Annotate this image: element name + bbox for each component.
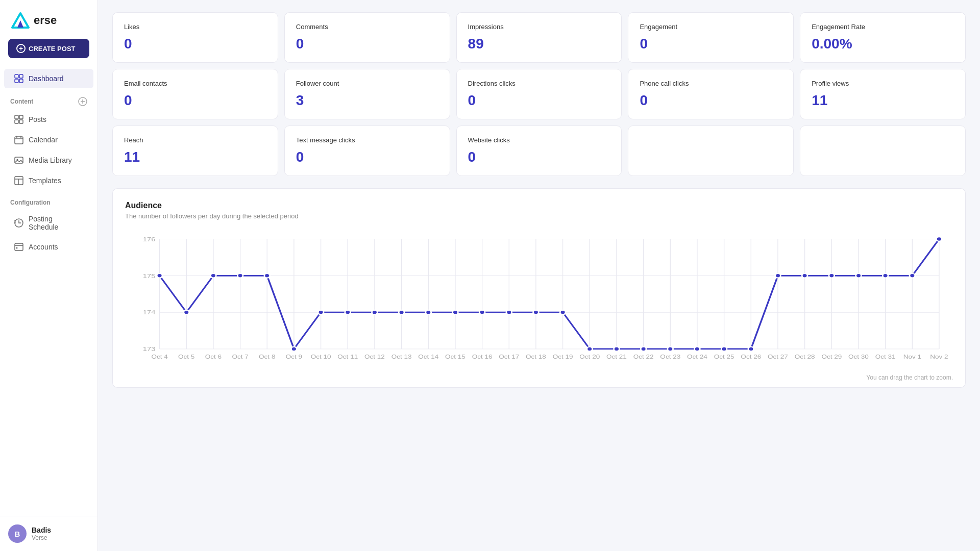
svg-rect-2 [15,74,18,78]
svg-point-93 [883,273,888,278]
svg-text:Oct 15: Oct 15 [445,354,465,360]
stat-card: Likes 0 [112,12,278,63]
svg-rect-19 [15,177,23,185]
posting-schedule-icon [14,218,23,228]
sidebar-item-templates[interactable]: Templates [4,171,93,190]
svg-point-67 [184,310,189,315]
svg-point-69 [237,273,243,278]
svg-text:Oct 25: Oct 25 [714,354,734,360]
sidebar-item-calendar[interactable]: Calendar [4,130,93,149]
svg-rect-9 [15,115,18,119]
svg-text:Oct 16: Oct 16 [472,354,493,360]
user-avatar: B [8,524,27,543]
stat-value: 0 [468,92,610,109]
svg-rect-25 [15,243,23,251]
stat-value: 3 [296,92,438,109]
sidebar-item-posting-schedule[interactable]: Posting Schedule [4,210,93,236]
svg-point-75 [399,310,404,315]
svg-point-91 [829,273,835,278]
svg-text:Oct 7: Oct 7 [232,354,249,360]
sidebar-item-dashboard[interactable]: Dashboard [4,69,93,88]
svg-point-94 [910,273,915,278]
svg-text:173: 173 [143,346,156,353]
chart-title: Audience [125,201,953,210]
svg-text:175: 175 [143,272,156,279]
svg-rect-4 [15,79,18,83]
svg-point-68 [211,273,216,278]
svg-text:Oct 27: Oct 27 [768,354,788,360]
stats-row-3: Reach 11 Text message clicks 0 Website c… [112,126,966,176]
stat-card: Engagement Rate 0.00% [800,12,966,63]
svg-text:Oct 28: Oct 28 [795,354,815,360]
stat-value: 0 [296,36,438,52]
sidebar-item-dashboard-label: Dashboard [29,74,64,83]
stat-label: Text message clicks [296,136,438,144]
stat-card [800,126,966,176]
stat-label: Directions clicks [468,80,610,87]
svg-rect-5 [19,79,23,83]
stat-label: Impressions [468,23,610,31]
sidebar-item-posting-schedule-label: Posting Schedule [29,215,83,231]
stats-row-1: Likes 0 Comments 0 Impressions 89 Engage… [112,12,966,63]
dashboard-icon [14,74,23,83]
sidebar-item-media-library[interactable]: Media Library [4,151,93,170]
svg-text:176: 176 [143,236,156,242]
stat-value: 89 [468,36,610,52]
sidebar-item-calendar-label: Calendar [29,136,58,144]
chart-subtitle: The number of followers per day during t… [125,212,953,220]
svg-rect-12 [19,120,23,123]
svg-marker-1 [17,20,23,28]
stat-label: Comments [296,23,438,31]
stat-value: 11 [124,149,266,165]
svg-text:Oct 18: Oct 18 [526,354,546,360]
stat-value: 0 [124,36,266,52]
sidebar-item-posts[interactable]: Posts [4,110,93,129]
sidebar-item-posts-label: Posts [29,115,46,123]
svg-text:Oct 8: Oct 8 [259,354,276,360]
svg-point-79 [506,310,512,315]
sidebar: erse + CREATE POST Dashboard Content Pos… [0,0,98,551]
stat-card: Comments 0 [284,12,450,63]
svg-text:Oct 29: Oct 29 [821,354,842,360]
svg-rect-13 [15,137,23,144]
stat-label: Reach [124,136,266,144]
svg-point-86 [695,347,700,352]
stat-card: Directions clicks 0 [456,69,622,119]
chart-container[interactable]: 173174175176Oct 4Oct 5Oct 6Oct 7Oct 8Oct… [125,228,953,371]
chart-hint: You can drag the chart to zoom. [125,374,953,381]
sidebar-item-media-label: Media Library [29,156,72,164]
stat-label: Likes [124,23,266,31]
svg-text:Oct 20: Oct 20 [579,354,600,360]
sidebar-item-accounts[interactable]: Accounts [4,237,93,257]
stat-card: Impressions 89 [456,12,622,63]
stat-label: Follower count [296,80,438,87]
svg-text:Oct 19: Oct 19 [553,354,573,360]
stat-label: Phone call clicks [640,80,782,87]
svg-text:Oct 21: Oct 21 [606,354,627,360]
stat-label: Email contacts [124,80,266,87]
svg-point-85 [668,347,673,352]
svg-point-73 [345,310,351,315]
user-info: Badis Verse [32,526,51,541]
config-section-label: Configuration [0,191,97,209]
stat-card: Engagement 0 [628,12,794,63]
svg-text:174: 174 [143,309,156,316]
svg-text:Oct 5: Oct 5 [178,354,195,360]
add-content-icon[interactable] [78,97,87,106]
user-org: Verse [32,534,51,541]
svg-point-80 [533,310,539,315]
svg-point-27 [16,247,18,249]
create-post-button[interactable]: + CREATE POST [8,39,89,58]
svg-text:Nov 2: Nov 2 [930,354,948,360]
audience-line-chart: 173174175176Oct 4Oct 5Oct 6Oct 7Oct 8Oct… [125,228,953,371]
main-content: Likes 0 Comments 0 Impressions 89 Engage… [98,0,980,551]
stat-value: 0 [468,149,610,165]
svg-text:Oct 17: Oct 17 [499,354,519,360]
accounts-icon [14,242,23,252]
stat-card: Text message clicks 0 [284,126,450,176]
svg-point-66 [157,273,162,278]
plus-circle-icon: + [16,44,26,53]
svg-text:Oct 31: Oct 31 [875,354,896,360]
svg-text:Oct 22: Oct 22 [633,354,654,360]
audience-chart-section: Audience The number of followers per day… [112,188,966,388]
